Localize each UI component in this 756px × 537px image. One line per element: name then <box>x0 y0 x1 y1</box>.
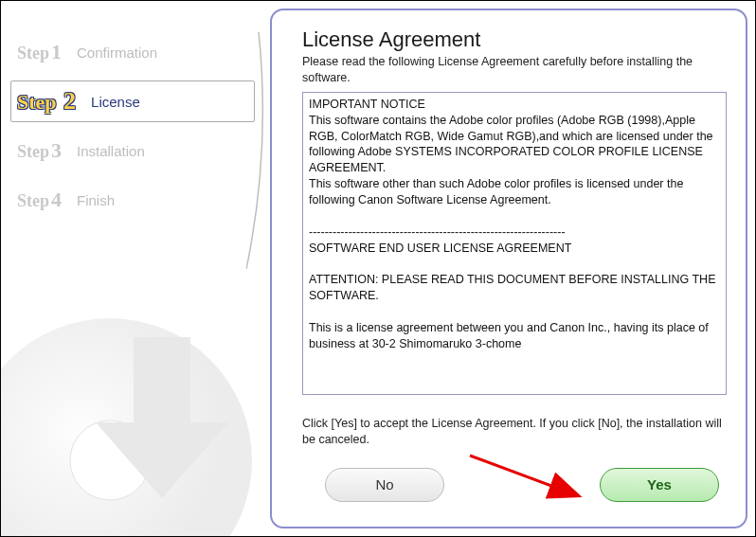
main-panel: License Agreement Please read the follow… <box>270 9 747 528</box>
yes-button[interactable]: Yes <box>600 468 719 502</box>
button-row: No Yes <box>302 468 727 502</box>
step-label: Finish <box>77 192 115 208</box>
step-finish: Step4 Finish <box>10 179 255 221</box>
wizard-sidebar: Step1 Confirmation Step 2 License Step3 … <box>1 1 264 536</box>
step-license: Step 2 License <box>10 81 255 122</box>
step-label: Confirmation <box>77 45 157 61</box>
page-subtitle: Please read the following License Agreem… <box>302 54 727 86</box>
license-textarea[interactable]: IMPORTANT NOTICE This software contains … <box>302 92 727 395</box>
step-label: Installation <box>77 143 145 159</box>
no-button[interactable]: No <box>325 468 444 502</box>
step-installation: Step3 Installation <box>10 130 255 171</box>
page-title: License Agreement <box>302 27 727 52</box>
instruction-text: Click [Yes] to accept the License Agreem… <box>302 416 727 449</box>
step-confirmation: Step1 Confirmation <box>10 31 255 73</box>
step-label: License <box>91 94 140 110</box>
